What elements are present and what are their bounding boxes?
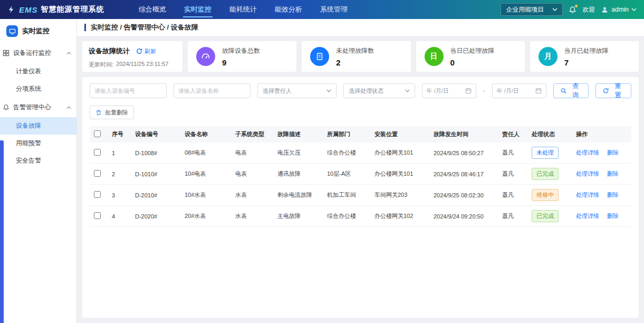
cell-subsystem: 水表 — [231, 185, 273, 206]
nav-energy-statistics[interactable]: 能耗统计 — [220, 0, 266, 19]
sidebar-group-device-monitor[interactable]: 设备运行监控 — [0, 43, 76, 63]
row-checkbox[interactable] — [94, 191, 101, 198]
calendar-icon — [465, 88, 472, 94]
cell-dept: 综合办公楼 — [323, 142, 370, 164]
cell-code: D-2010# — [131, 185, 180, 206]
chevron-down-icon — [552, 8, 558, 11]
detail-link[interactable]: 处理详情 — [576, 213, 599, 219]
cell-owner: 聂凡 — [498, 185, 527, 206]
col-time: 故障发生时间 — [429, 126, 498, 142]
cell-owner: 聂凡 — [498, 142, 527, 164]
month-icon: 月 — [539, 47, 558, 66]
refresh-label: 刷新 — [145, 48, 156, 55]
reset-button[interactable]: 重置 — [595, 83, 631, 98]
end-date-picker[interactable]: 年 /月/日 — [492, 83, 546, 98]
row-checkbox[interactable] — [94, 212, 101, 219]
nav-realtime-monitor[interactable]: 实时监控 — [175, 0, 220, 19]
cell-code: D-1008# — [131, 142, 180, 164]
chevron-up-icon — [66, 106, 71, 109]
cell-name: 08#电表 — [180, 142, 231, 164]
sidebar-item-safety-alarm[interactable]: 安全告警 — [0, 152, 76, 169]
sidebar-item-energy-warning[interactable]: 用能预警 — [0, 135, 76, 152]
cell-subsystem: 电表 — [231, 164, 273, 185]
cell-dept: 机加工车间 — [323, 185, 370, 206]
row-checkbox[interactable] — [94, 149, 101, 156]
stat-card-today-handled: 日 当日已处理故障 0 — [416, 41, 525, 72]
cell-name: 10#水表 — [180, 185, 231, 206]
col-index: 序号 — [108, 126, 131, 142]
delete-link[interactable]: 删除 — [607, 170, 619, 177]
monitor-module-icon — [6, 25, 18, 37]
cell-location: 办公楼网关101 — [370, 164, 429, 185]
breadcrumb: 实时监控 / 告警管理中心 / 设备故障 — [91, 23, 198, 32]
username-label: admin — [611, 6, 629, 13]
nav-overview[interactable]: 综合概览 — [130, 0, 175, 19]
sidebar-module-title: 实时监控 — [22, 26, 50, 36]
day-icon: 日 — [425, 47, 444, 66]
table-row: 3 D-2010# 10#水表 水表 剩余电流故障 机加工车间 车间网关203 … — [90, 185, 631, 206]
stat-value: 0 — [450, 58, 495, 67]
status-badge: 已完成 — [532, 168, 559, 180]
delete-link[interactable]: 删除 — [607, 192, 619, 198]
start-date-picker[interactable]: 年 /月/日 — [422, 83, 476, 98]
reset-button-label: 重置 — [612, 82, 624, 100]
end-date-value: 年 /月/日 — [497, 87, 519, 95]
app-shell: 实时监控 设备运行监控 计量仪表 分项系统 告警管理中心 — [0, 19, 644, 323]
sidebar-item-device-fault[interactable]: 设备故障 — [0, 117, 76, 135]
bell-icon — [3, 104, 9, 111]
batch-delete-label: 批量删除 — [105, 109, 128, 117]
calendar-icon — [535, 88, 542, 94]
batch-delete-button[interactable]: 批量删除 — [90, 106, 134, 119]
stat-label: 故障设备总数 — [222, 46, 260, 55]
chevron-down-icon — [631, 8, 637, 11]
notification-dot — [575, 5, 578, 7]
chevron-down-icon — [326, 89, 331, 92]
stats-row: 设备故障统计 刷新 更新时间: 2024/11/25 23:11:57 — [82, 41, 639, 72]
grid-icon — [3, 50, 9, 56]
sidebar-group-label: 设备运行监控 — [13, 49, 51, 58]
status-select[interactable]: 选择处理状态 — [343, 83, 415, 98]
welcome-label: 欢迎 — [582, 5, 595, 14]
main-area: 实时监控 / 告警管理中心 / 设备故障 设备故障统计 刷新 — [77, 19, 644, 323]
col-location: 安装位置 — [370, 126, 429, 142]
sidebar-group-alarm-center[interactable]: 告警管理中心 — [0, 98, 76, 117]
col-actions: 操作 — [572, 126, 631, 142]
cell-time: 2024/9/25 08:02:30 — [429, 185, 498, 206]
detail-link[interactable]: 处理详情 — [576, 170, 599, 177]
status-badge: 维修中 — [532, 189, 559, 201]
search-button[interactable]: 查询 — [553, 83, 589, 98]
cell-location: 办公楼网关101 — [370, 142, 429, 164]
date-range-separator: - — [483, 87, 485, 94]
cell-index: 1 — [108, 142, 131, 164]
nav-efficiency-analysis[interactable]: 能效分析 — [266, 0, 311, 19]
owner-select[interactable]: 选择责任人 — [257, 83, 337, 98]
nav-system-management[interactable]: 系统管理 — [311, 0, 357, 19]
stat-value: 9 — [222, 58, 260, 67]
cell-index: 4 — [108, 206, 131, 227]
sidebar-group-label: 告警管理中心 — [13, 103, 51, 112]
detail-link[interactable]: 处理详情 — [576, 149, 599, 156]
row-checkbox[interactable] — [94, 170, 101, 177]
device-name-input[interactable] — [174, 83, 251, 98]
owner-select-value: 选择责任人 — [263, 87, 292, 95]
cell-time: 2024/9/24 09:20:50 — [429, 206, 498, 227]
search-icon — [561, 88, 566, 94]
brand-name: 智慧能源管理系统 — [41, 5, 104, 14]
stat-label: 当日已处理故障 — [450, 46, 495, 55]
user-menu[interactable]: admin — [601, 6, 637, 14]
refresh-button[interactable]: 刷新 — [136, 48, 156, 55]
notification-bell-icon[interactable] — [569, 6, 576, 14]
delete-link[interactable]: 删除 — [607, 213, 619, 219]
detail-link[interactable]: 处理详情 — [576, 192, 599, 198]
sidebar-item-subsystem[interactable]: 分项系统 — [0, 80, 76, 98]
select-all-checkbox[interactable] — [94, 130, 101, 137]
cell-fault: 通讯故障 — [273, 164, 323, 185]
cell-location: 办公楼网关102 — [370, 206, 429, 227]
delete-link[interactable]: 删除 — [607, 149, 619, 156]
cell-fault: 电压欠压 — [273, 142, 323, 164]
sidebar-item-metering[interactable]: 计量仪表 — [0, 63, 76, 80]
status-badge: 未处理 — [532, 147, 559, 159]
project-select[interactable]: 企业用能项目 — [501, 3, 563, 16]
cell-owner: 聂凡 — [498, 164, 527, 185]
device-code-input[interactable] — [90, 83, 167, 98]
